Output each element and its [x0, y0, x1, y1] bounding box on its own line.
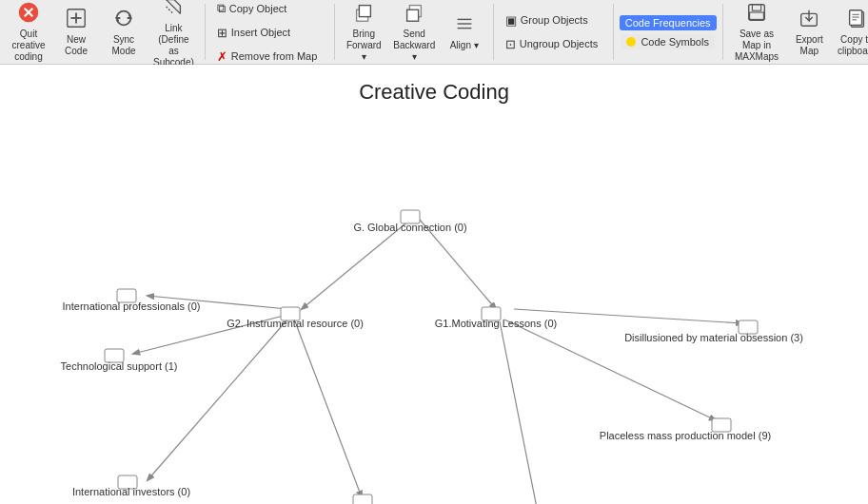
remove-map-button[interactable]: ✗ Remove from Map — [211, 47, 323, 67]
toolbar: Quit creative coding New Code — [0, 0, 868, 65]
svg-line-30 — [295, 321, 362, 497]
sync-mode-button[interactable]: Sync Mode — [101, 4, 147, 60]
quit-icon — [17, 1, 40, 27]
ungroup-objects-icon: ⊡ — [505, 37, 516, 51]
svg-line-29 — [148, 320, 287, 480]
bring-forward-label: Bring Forward ▾ — [345, 29, 383, 63]
node-label-intl-prof[interactable]: International professionals (0) — [63, 300, 201, 312]
creative-coding-group: Quit creative coding New Code — [6, 4, 206, 60]
link-label: Link (Define as Subcode) — [153, 23, 194, 68]
send-backward-label: Send Backward ▾ — [393, 29, 435, 63]
insert-object-icon: ⊞ — [217, 26, 227, 40]
align-icon — [453, 12, 476, 38]
remove-map-icon: ✗ — [217, 49, 227, 64]
svg-line-7 — [167, 7, 173, 13]
sync-icon — [112, 7, 135, 32]
main-content: Creative Coding G. Global connecti — [0, 65, 868, 504]
svg-line-6 — [167, 0, 181, 13]
new-code-label: New Code — [58, 34, 94, 57]
node-label-motivating[interactable]: G1.Motivating Lessons (0) — [435, 318, 557, 329]
link-define-button[interactable]: Link (Define as Subcode) — [148, 0, 199, 71]
node-label-disillusioned[interactable]: Disillusioned by material obsession (3) — [624, 332, 803, 343]
align-button[interactable]: Align ▾ — [442, 10, 487, 54]
code-symbols-dot — [626, 37, 636, 47]
node-label-tech-support[interactable]: Technological support (1) — [61, 360, 178, 372]
svg-line-26 — [420, 220, 496, 309]
node-label-intl-investors[interactable]: International investors (0) — [72, 486, 190, 497]
ungroup-objects-button[interactable]: ⊡ Ungroup Objects — [500, 34, 604, 54]
copy-object-icon: ⧉ — [217, 1, 226, 16]
svg-rect-17 — [750, 12, 764, 19]
new-code-icon — [65, 7, 88, 32]
copy-object-label: Copy Object — [229, 3, 287, 14]
code-frequencies-label: Code Frequencies — [625, 17, 711, 29]
save-export-group: Save as Map in MAXMaps Export Map — [729, 4, 868, 60]
export-map-label: Export Map — [791, 34, 827, 57]
object-ops-group: ⧉ Copy Object ⊞ Insert Object ✗ Remove f… — [211, 4, 335, 60]
bring-forward-button[interactable]: Bring Forward ▾ — [341, 0, 387, 66]
group-objects-icon: ▣ — [505, 13, 517, 28]
svg-rect-16 — [752, 5, 760, 10]
code-symbols-label: Code Symbols — [641, 36, 709, 48]
copy-object-button[interactable]: ⧉ Copy Object — [211, 0, 293, 19]
svg-rect-11 — [407, 10, 419, 21]
export-map-icon — [798, 7, 820, 32]
export-map-button[interactable]: Export Map — [786, 4, 832, 60]
code-frequencies-button[interactable]: Code Frequencies — [620, 15, 717, 30]
sync-label: Sync Mode — [106, 34, 142, 57]
remove-map-label: Remove from Map — [231, 50, 317, 62]
frequency-group: Code Frequencies Code Symbols — [620, 4, 723, 60]
group-objects-label: Group Objects — [521, 14, 588, 26]
svg-line-33 — [500, 321, 540, 504]
quit-creative-coding-button[interactable]: Quit creative coding — [6, 0, 51, 66]
arrange-group: Bring Forward ▾ Send Backward ▾ Align ▾ — [341, 4, 494, 60]
save-maxmaps-label: Save as Map in MAXMaps — [734, 29, 780, 63]
bring-forward-icon — [352, 1, 375, 27]
align-label: Align ▾ — [450, 40, 479, 51]
save-maxmaps-icon — [745, 1, 768, 27]
ungroup-objects-label: Ungroup Objects — [520, 38, 599, 49]
node-label-placeless-mass[interactable]: Placeless mass production model (9) — [600, 430, 771, 441]
group-ungroup-group: ▣ Group Objects ⊡ Ungroup Objects — [500, 4, 614, 60]
mindmap-canvas: G. Global connection (0) G2. Instrumenta… — [0, 65, 868, 504]
copy-clipboard-button[interactable]: Copy to clipboard — [834, 4, 868, 60]
svg-rect-41 — [353, 494, 372, 504]
group-objects-button[interactable]: ▣ Group Objects — [500, 10, 594, 30]
code-symbols-button[interactable]: Code Symbols — [621, 34, 715, 49]
insert-object-button[interactable]: ⊞ Insert Object — [211, 23, 296, 43]
node-label-global[interactable]: G. Global connection (0) — [353, 222, 466, 233]
quit-label: Quit creative coding — [10, 29, 47, 63]
svg-rect-9 — [360, 6, 371, 17]
insert-object-label: Insert Object — [231, 27, 290, 38]
new-code-button[interactable]: New Code — [53, 4, 99, 60]
svg-line-25 — [302, 220, 410, 309]
node-label-instrumental[interactable]: G2. Instrumental resource (0) — [227, 318, 364, 329]
send-backward-icon — [403, 1, 425, 27]
link-icon — [162, 0, 185, 21]
copy-clipboard-icon — [845, 7, 868, 32]
save-maxmaps-button[interactable]: Save as Map in MAXMaps — [729, 0, 785, 66]
send-backward-button[interactable]: Send Backward ▾ — [389, 0, 440, 66]
copy-clipboard-label: Copy to clipboard — [838, 34, 868, 57]
